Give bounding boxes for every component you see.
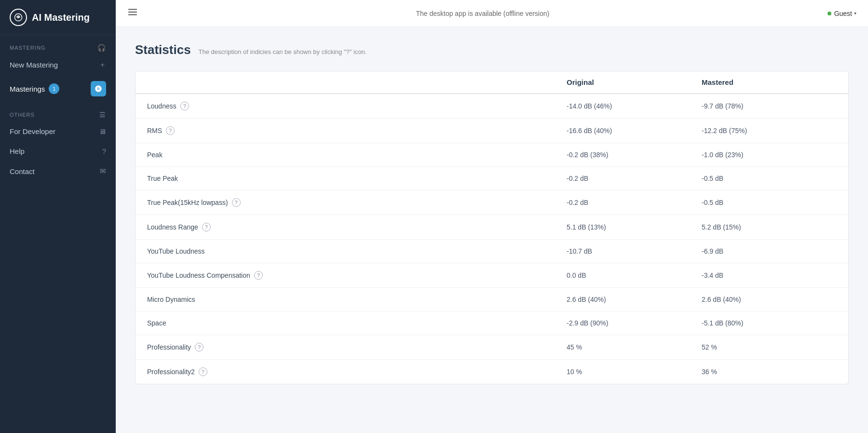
content-area: Statistics The description of indicies c… [116,27,868,433]
table-row: YouTube Loudness-10.7 dB-6.9 dB [136,240,848,263]
row-label: Micro Dynamics [147,296,567,303]
row-label: True Peak(15kHz lowpass)? [147,198,567,207]
headphone-section-icon: 🎧 [97,44,106,52]
row-original-value: -16.6 dB (40%) [567,127,702,135]
row-label: Professionality2? [147,367,567,376]
help-circle-icon[interactable]: ? [254,271,263,280]
main-area: The desktop app is available (offline ve… [116,0,868,433]
others-section-label: OTHERS ☰ [0,102,116,122]
row-label: Professionality? [147,343,567,352]
topbar: The desktop app is available (offline ve… [116,0,868,27]
row-label: Peak [147,151,567,159]
contact-label: Contact [10,167,35,176]
row-mastered-value: -9.7 dB (78%) [702,102,837,110]
row-original-value: -0.2 dB [567,199,702,206]
monitor-icon: 🖥 [99,127,106,135]
logo-icon [10,9,27,26]
help-circle-icon[interactable]: ? [202,223,211,231]
sidebar-logo: AI Mastering [0,0,116,35]
new-mastering-label: New Mastering [10,61,58,69]
col-original-header: Original [567,78,702,86]
guest-label: Guest [834,10,852,17]
mastering-section-label: MASTERING 🎧 [0,35,116,54]
table-row: Professionality2?10 %36 % [136,360,848,384]
page-subtitle: The description of indicies can be shown… [199,48,367,55]
row-label: True Peak [147,175,567,182]
table-row: Loudness?-14.0 dB (46%)-9.7 dB (78%) [136,94,848,119]
topbar-right: Guest ▾ [827,10,856,17]
for-developer-label: For Developer [10,127,55,135]
row-mastered-value: 2.6 dB (40%) [702,296,837,303]
table-row: Space-2.9 dB (90%)-5.1 dB (80%) [136,311,848,335]
row-mastered-value: 36 % [702,368,837,376]
help-icon: ? [102,147,106,155]
help-circle-icon[interactable]: ? [166,126,175,135]
table-row: Professionality?45 %52 % [136,335,848,360]
row-mastered-value: -12.2 dB (75%) [702,127,837,135]
masterings-label: Masterings [10,85,45,93]
help-label: Help [10,147,25,155]
row-mastered-value: -5.1 dB (80%) [702,319,837,327]
row-original-value: -14.0 dB (46%) [567,102,702,110]
row-mastered-value: 5.2 dB (15%) [702,223,837,231]
sidebar-item-masterings[interactable]: Masterings 1 [0,75,116,102]
masterings-badge: 1 [49,83,59,94]
sidebar-item-for-developer[interactable]: For Developer 🖥 [0,122,116,141]
table-row: Peak-0.2 dB (38%)-1.0 dB (23%) [136,143,848,167]
sidebar-item-help[interactable]: Help ? [0,141,116,161]
page-header: Statistics The description of indicies c… [135,42,849,57]
row-mastered-value: -0.5 dB [702,175,837,182]
row-original-value: 5.1 dB (13%) [567,223,702,231]
mail-icon: ✉ [100,167,106,176]
table-row: Loudness Range?5.1 dB (13%)5.2 dB (15%) [136,215,848,240]
table-row: RMS?-16.6 dB (40%)-12.2 dB (75%) [136,119,848,143]
row-original-value: -0.2 dB (38%) [567,151,702,159]
topbar-notice: The desktop app is available (offline ve… [416,10,549,17]
row-mastered-value: -0.5 dB [702,199,837,206]
app-title: AI Mastering [32,12,90,23]
statistics-table: Original Mastered Loudness?-14.0 dB (46%… [135,71,849,384]
help-circle-icon[interactable]: ? [180,102,189,110]
page-title: Statistics [135,42,191,57]
sidebar: AI Mastering MASTERING 🎧 New Mastering ＋… [0,0,116,433]
svg-point-1 [18,17,19,18]
menu-button[interactable] [127,7,138,20]
help-circle-icon[interactable]: ? [199,367,207,376]
table-row: True Peak-0.2 dB-0.5 dB [136,167,848,190]
row-label: RMS? [147,126,567,135]
others-section-icon: ☰ [99,111,106,119]
row-mastered-value: -1.0 dB (23%) [702,151,837,159]
table-header-row: Original Mastered [136,71,848,94]
add-icon: ＋ [99,60,106,69]
row-original-value: 0.0 dB [567,271,702,279]
row-label: YouTube Loudness [147,247,567,255]
row-original-value: 2.6 dB (40%) [567,296,702,303]
chevron-down-icon: ▾ [854,11,856,16]
table-body: Loudness?-14.0 dB (46%)-9.7 dB (78%)RMS?… [136,94,848,384]
help-circle-icon[interactable]: ? [232,198,241,207]
table-row: Micro Dynamics2.6 dB (40%)2.6 dB (40%) [136,288,848,311]
row-mastered-value: 52 % [702,343,837,351]
masterings-active-icon [91,81,106,96]
row-original-value: -0.2 dB [567,175,702,182]
sidebar-item-new-mastering[interactable]: New Mastering ＋ [0,54,116,75]
row-original-value: -10.7 dB [567,247,702,255]
row-mastered-value: -6.9 dB [702,247,837,255]
sidebar-item-contact[interactable]: Contact ✉ [0,161,116,181]
row-original-value: -2.9 dB (90%) [567,319,702,327]
help-circle-icon[interactable]: ? [195,343,203,352]
col-mastered-header: Mastered [702,78,837,86]
row-label: Loudness? [147,102,567,110]
table-row: YouTube Loudness Compensation?0.0 dB-3.4… [136,263,848,288]
row-original-value: 10 % [567,368,702,376]
row-label: YouTube Loudness Compensation? [147,271,567,280]
table-row: True Peak(15kHz lowpass)?-0.2 dB-0.5 dB [136,190,848,215]
row-label: Space [147,319,567,327]
online-status-dot [827,12,831,15]
row-mastered-value: -3.4 dB [702,271,837,279]
guest-menu[interactable]: Guest ▾ [834,10,856,17]
row-original-value: 45 % [567,343,702,351]
row-label: Loudness Range? [147,223,567,231]
col-label-header [147,78,567,86]
